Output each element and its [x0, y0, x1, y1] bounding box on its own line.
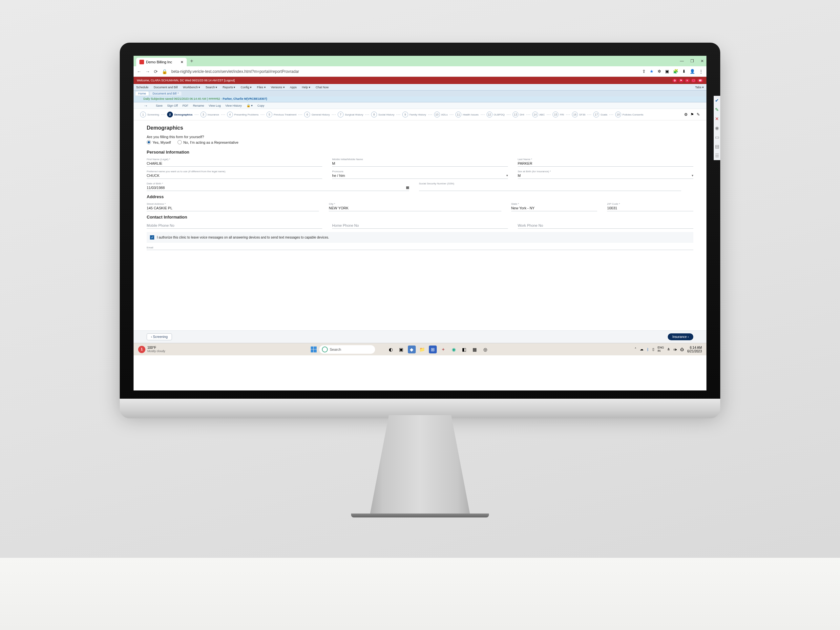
ssn-field[interactable]: Social Security Number (SSN)	[419, 182, 682, 191]
cloud-icon[interactable]: ☁	[640, 347, 643, 351]
action-signoff[interactable]: Sign Off	[167, 104, 178, 107]
app-icon[interactable]: ◧	[460, 346, 468, 354]
file-explorer-icon[interactable]: 📁	[418, 346, 426, 354]
step-sf36[interactable]: 16SF36	[572, 112, 585, 117]
pronouns-field[interactable]: Pronounshe / him▾	[332, 170, 508, 179]
wifi-icon[interactable]: ⋔	[667, 347, 670, 351]
app-icon[interactable]: ▦	[471, 346, 479, 354]
zip-field[interactable]: ZIP Code *10031	[607, 202, 693, 211]
url-text[interactable]: beta-nightly.vericle-test.com/servlet/in…	[171, 69, 638, 74]
action-rename[interactable]: Rename	[193, 104, 204, 107]
street-field[interactable]: Street Address *145 CASKIE PL	[147, 202, 319, 211]
language-indicator[interactable]: ENG IN	[658, 346, 664, 353]
puzzle-icon[interactable]: 🧩	[673, 69, 678, 74]
action-viewlog[interactable]: View Log	[209, 104, 221, 107]
menu-schedule[interactable]: Schedule	[136, 86, 148, 89]
edge-icon[interactable]: ◉	[450, 346, 458, 354]
kebab-menu-icon[interactable]: ⋮	[699, 69, 703, 74]
menu-reports[interactable]: Reports ▾	[223, 86, 235, 89]
start-button[interactable]	[311, 346, 317, 352]
menu-tabs[interactable]: Tabs ▾	[695, 86, 704, 89]
bookmark-star-icon[interactable]: ★	[650, 69, 654, 74]
menu-config[interactable]: Config ▾	[240, 86, 252, 89]
step-adls[interactable]: 10ADLs	[434, 112, 448, 117]
gear-icon[interactable]: ⚙	[684, 112, 688, 117]
step-olbpdq[interactable]: 12OLBPDQ	[486, 112, 505, 117]
sex-field[interactable]: Sex at Birth (for Insurance) *M▾	[518, 170, 693, 179]
email-field[interactable]: Email	[147, 246, 693, 250]
middle-name-field[interactable]: Middle Initial/Middle NameM	[332, 158, 508, 167]
restore-button[interactable]: ❐	[690, 59, 694, 63]
step-general-history[interactable]: 6General History	[304, 112, 330, 117]
step-insurance[interactable]: 3Insurance	[201, 112, 219, 117]
radio-representative[interactable]: No, I'm acting as a Representative	[177, 140, 238, 144]
step-screening[interactable]: 1Screening	[140, 112, 159, 117]
step-surgical-history[interactable]: 7Surgical History	[338, 112, 363, 117]
prev-button[interactable]: ‹ Screening	[147, 333, 172, 340]
action-copy[interactable]: Copy	[257, 104, 264, 107]
task-view-icon[interactable]: ▣	[397, 346, 405, 354]
home-phone-field[interactable]: Home Phone No	[332, 223, 508, 229]
back-arrow-icon[interactable]: →	[144, 103, 148, 108]
step-fri[interactable]: 15FRI	[553, 112, 564, 117]
header-pill[interactable]: ⚑	[679, 79, 684, 82]
city-field[interactable]: City *NEW YORK	[329, 202, 501, 211]
profile-avatar[interactable]: 👤	[690, 69, 695, 74]
wrench-icon[interactable]: ✎	[696, 112, 700, 117]
radio-yes-myself[interactable]: Yes, Myself	[147, 140, 171, 144]
menu-files[interactable]: Files ▾	[257, 86, 266, 89]
new-tab-button[interactable]: +	[190, 58, 193, 64]
browser-tab[interactable]: Demo Billing Inc ✕	[136, 58, 187, 66]
step-abc[interactable]: 14ABC	[532, 112, 545, 117]
app-icon[interactable]: ◆	[408, 346, 416, 354]
preferred-name-field[interactable]: Preferred name you want us to use (if di…	[147, 170, 322, 179]
close-tab-icon[interactable]: ✕	[180, 60, 183, 64]
dob-field[interactable]: Date of Birth *11/03/1988▦	[147, 182, 409, 191]
action-viewhistory[interactable]: View History	[226, 104, 242, 107]
doc-tab-home[interactable]: Home	[136, 92, 148, 95]
download-icon[interactable]: ⬇	[682, 69, 686, 74]
action-save[interactable]: Save	[156, 104, 163, 107]
menu-search[interactable]: Search ▾	[205, 86, 217, 89]
step-family-history[interactable]: 9Family History	[402, 112, 426, 117]
next-button[interactable]: Insurance ›	[668, 333, 693, 340]
work-phone-field[interactable]: Work Phone No	[518, 223, 693, 229]
header-pill[interactable]: ☐	[691, 79, 696, 82]
cortana-icon[interactable]: ◐	[387, 346, 395, 354]
taskbar-search[interactable]: Search	[319, 345, 375, 354]
reload-button[interactable]: ⟳	[154, 69, 158, 74]
first-name-field[interactable]: First Name (Legal) *CHARLIE	[147, 158, 322, 167]
back-button[interactable]: ←	[137, 69, 141, 74]
menu-versions[interactable]: Versions ▾	[271, 86, 285, 89]
clock[interactable]: 6:14 AM 6/21/2023	[687, 346, 702, 353]
extension-icon[interactable]: ▣	[665, 69, 669, 74]
doc-tab-document[interactable]: Document and Bill ˣ	[150, 92, 182, 95]
weather-widget[interactable]: 1 100°F Mostly cloudy	[138, 346, 165, 353]
chevron-up-icon[interactable]: ˄	[635, 347, 636, 351]
header-pill[interactable]: ☎	[697, 79, 703, 82]
app-icon[interactable]: ✦	[439, 346, 447, 354]
extension-icon[interactable]: ✲	[658, 69, 661, 74]
header-pill[interactable]: ✕	[685, 79, 690, 82]
share-icon[interactable]: ⇧	[642, 69, 646, 74]
action-lock[interactable]: 🔒 ▾	[246, 104, 253, 107]
step-health-issues[interactable]: 11Health Issues	[455, 112, 478, 117]
menu-chat[interactable]: Chat Now	[316, 86, 329, 89]
menu-help[interactable]: Help ▾	[302, 86, 310, 89]
step-previous-treatment[interactable]: 5Previous Treatment	[267, 112, 296, 117]
forward-button[interactable]: →	[145, 69, 150, 74]
power-icon[interactable]: ⏻	[680, 347, 684, 351]
close-window-button[interactable]: ✕	[701, 59, 704, 63]
battery-icon[interactable]: ▯	[652, 347, 654, 351]
step-social-history[interactable]: 8Social History	[371, 112, 395, 117]
bluetooth-icon[interactable]: ᛒ	[647, 347, 649, 351]
menu-doc-bill[interactable]: Document and Bill	[154, 86, 178, 89]
mobile-phone-field[interactable]: Mobile Phone No	[147, 223, 322, 229]
lock-icon[interactable]: 🔒	[162, 69, 167, 74]
banner-patient-link[interactable]: Parker, Charlie M(VRCBE18307)	[223, 97, 267, 100]
authorize-checkbox-row[interactable]: ✓ I authorize this clinic to leave voice…	[147, 232, 693, 243]
step-dhi[interactable]: 13DHI	[513, 112, 524, 117]
volume-icon[interactable]: 🕪	[673, 347, 677, 351]
flag-icon[interactable]: ⚑	[690, 112, 694, 117]
action-pdf[interactable]: PDF	[182, 104, 188, 107]
